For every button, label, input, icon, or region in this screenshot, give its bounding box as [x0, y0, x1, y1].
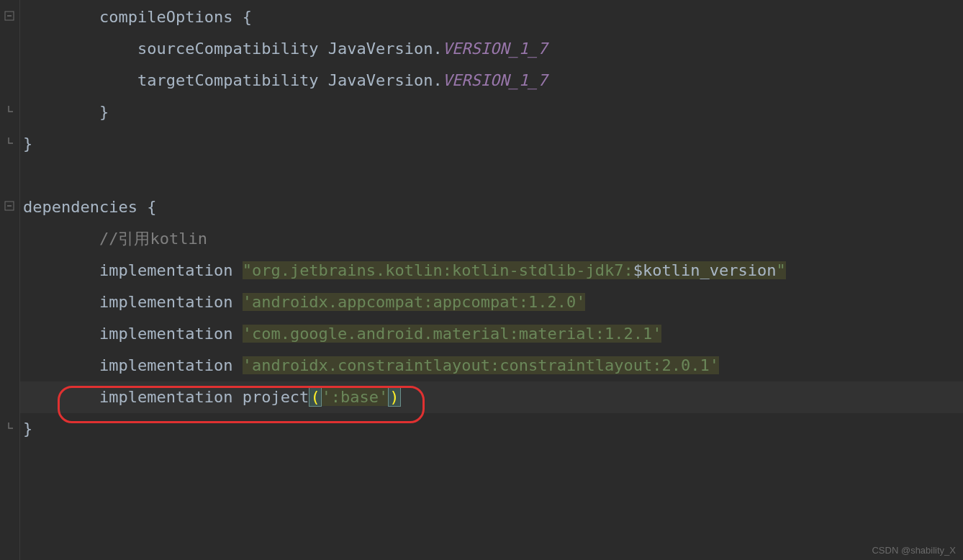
fold-end-icon[interactable] — [3, 421, 16, 434]
code-token: VERSION_1_7 — [443, 40, 548, 58]
fold-end-icon[interactable] — [3, 104, 16, 117]
code-line[interactable]: compileOptions { — [20, 1, 963, 33]
fold-icon[interactable] — [3, 9, 16, 22]
code-line[interactable]: } — [20, 413, 963, 445]
code-token: implementation — [99, 356, 243, 374]
code-line[interactable]: } — [20, 128, 963, 160]
fold-end-icon[interactable] — [3, 136, 16, 149]
code-line[interactable]: implementation 'androidx.constraintlayou… — [20, 350, 963, 381]
code-token: 'androidx.constraintlayout:constraintlay… — [243, 356, 719, 374]
code-line[interactable]: dependencies { — [20, 191, 963, 223]
code-token: dependencies — [23, 198, 147, 216]
code-line[interactable]: implementation "org.jetbrains.kotlin:kot… — [20, 255, 963, 286]
code-line[interactable]: targetCompatibility JavaVersion.VERSION_… — [20, 65, 963, 96]
code-token: //引用kotlin — [99, 230, 207, 248]
code-token: ':base' — [322, 388, 389, 406]
code-token: ) — [388, 387, 400, 407]
code-token: 'com.google.android.material:material:1.… — [243, 325, 662, 343]
code-token: VERSION_1_7 — [443, 71, 548, 89]
watermark: CSDN @shability_X — [872, 545, 956, 556]
code-line[interactable]: implementation project(':base') — [20, 381, 963, 413]
code-editor[interactable]: compileOptions { sourceCompatibility Jav… — [0, 0, 963, 560]
code-token: } — [99, 103, 109, 121]
code-token: implementation — [99, 325, 243, 343]
code-token: $kotlin_version — [633, 261, 777, 279]
code-token: { — [147, 198, 156, 216]
code-token: " — [776, 261, 785, 279]
code-token: } — [23, 420, 32, 438]
code-token: 'androidx.appcompat:appcompat:1.2.0' — [243, 293, 586, 311]
code-line[interactable]: implementation 'com.google.android.mater… — [20, 318, 963, 350]
code-token: compileOptions — [99, 8, 243, 26]
code-line[interactable]: } — [20, 96, 963, 128]
code-area[interactable]: compileOptions { sourceCompatibility Jav… — [20, 0, 963, 560]
code-token: sourceCompatibility JavaVersion. — [137, 40, 443, 58]
code-token: { — [243, 8, 252, 26]
code-token: implementation — [99, 261, 243, 279]
code-line[interactable] — [20, 160, 963, 191]
code-token: ( — [309, 387, 321, 407]
code-token: implementation project — [99, 388, 309, 406]
code-token: } — [23, 135, 32, 153]
code-line[interactable]: sourceCompatibility JavaVersion.VERSION_… — [20, 33, 963, 65]
fold-icon[interactable] — [3, 199, 16, 212]
code-token: "org.jetbrains.kotlin:kotlin-stdlib-jdk7… — [243, 261, 633, 279]
code-token: implementation — [99, 293, 243, 311]
code-line[interactable]: implementation 'androidx.appcompat:appco… — [20, 286, 963, 318]
code-token: targetCompatibility JavaVersion. — [137, 71, 443, 89]
gutter — [0, 0, 20, 560]
code-line[interactable]: //引用kotlin — [20, 223, 963, 255]
